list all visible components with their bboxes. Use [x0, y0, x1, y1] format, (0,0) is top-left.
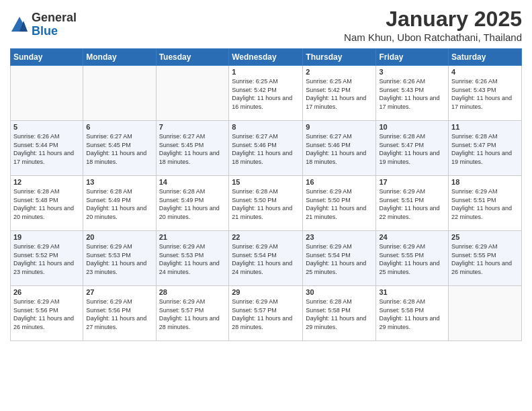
day-number: 14: [159, 178, 226, 186]
day-cell: 18Sunrise: 6:29 AM Sunset: 5:51 PM Dayli…: [449, 176, 522, 231]
week-row-1: 1Sunrise: 6:25 AM Sunset: 5:42 PM Daylig…: [11, 66, 522, 121]
day-number: 27: [86, 288, 152, 296]
day-number: 2: [306, 68, 373, 76]
day-number: 22: [232, 233, 300, 241]
day-number: 10: [379, 123, 445, 131]
day-info: Sunrise: 6:25 AM Sunset: 5:42 PM Dayligh…: [306, 77, 373, 111]
day-info: Sunrise: 6:28 AM Sunset: 5:47 PM Dayligh…: [451, 132, 519, 166]
day-cell: 24Sunrise: 6:29 AM Sunset: 5:55 PM Dayli…: [376, 231, 449, 286]
month-title: January 2025: [344, 7, 522, 32]
day-number: 28: [159, 288, 226, 296]
day-info: Sunrise: 6:29 AM Sunset: 5:55 PM Dayligh…: [451, 242, 519, 276]
day-info: Sunrise: 6:25 AM Sunset: 5:42 PM Dayligh…: [232, 77, 300, 111]
day-info: Sunrise: 6:26 AM Sunset: 5:43 PM Dayligh…: [379, 77, 445, 111]
week-row-2: 5Sunrise: 6:26 AM Sunset: 5:44 PM Daylig…: [11, 121, 522, 176]
day-header-wednesday: Wednesday: [229, 49, 303, 66]
day-cell: 1Sunrise: 6:25 AM Sunset: 5:42 PM Daylig…: [229, 66, 303, 121]
day-cell: 29Sunrise: 6:29 AM Sunset: 5:57 PM Dayli…: [229, 286, 303, 341]
day-cell: 22Sunrise: 6:29 AM Sunset: 5:54 PM Dayli…: [229, 231, 303, 286]
day-number: 6: [86, 123, 152, 131]
day-number: 18: [451, 178, 519, 186]
day-number: 5: [13, 123, 80, 131]
calendar-header-row: SundayMondayTuesdayWednesdayThursdayFrid…: [11, 49, 522, 66]
day-cell: [156, 66, 229, 121]
day-number: 26: [13, 288, 80, 296]
day-info: Sunrise: 6:28 AM Sunset: 5:58 PM Dayligh…: [379, 298, 445, 331]
logo-text: General Blue: [32, 11, 77, 38]
logo-general: General: [32, 11, 77, 25]
header: General Blue January 2025 Nam Khun, Ubon…: [10, 7, 522, 43]
week-row-5: 26Sunrise: 6:29 AM Sunset: 5:56 PM Dayli…: [11, 286, 522, 341]
day-cell: 6Sunrise: 6:27 AM Sunset: 5:45 PM Daylig…: [83, 121, 156, 176]
week-row-3: 12Sunrise: 6:28 AM Sunset: 5:48 PM Dayli…: [11, 176, 522, 231]
page: General Blue January 2025 Nam Khun, Ubon…: [0, 0, 532, 411]
day-info: Sunrise: 6:29 AM Sunset: 5:54 PM Dayligh…: [306, 242, 373, 276]
day-number: 23: [306, 233, 373, 241]
day-cell: 7Sunrise: 6:27 AM Sunset: 5:45 PM Daylig…: [156, 121, 229, 176]
day-header-sunday: Sunday: [11, 49, 83, 66]
day-info: Sunrise: 6:28 AM Sunset: 5:58 PM Dayligh…: [306, 298, 373, 331]
day-number: 13: [86, 178, 152, 186]
day-number: 1: [232, 68, 300, 76]
day-cell: 4Sunrise: 6:26 AM Sunset: 5:43 PM Daylig…: [449, 66, 522, 121]
day-info: Sunrise: 6:26 AM Sunset: 5:44 PM Dayligh…: [13, 132, 80, 166]
day-number: 16: [306, 178, 373, 186]
day-number: 29: [232, 288, 300, 296]
day-cell: 5Sunrise: 6:26 AM Sunset: 5:44 PM Daylig…: [11, 121, 83, 176]
day-cell: 13Sunrise: 6:28 AM Sunset: 5:49 PM Dayli…: [83, 176, 156, 231]
day-cell: 17Sunrise: 6:29 AM Sunset: 5:51 PM Dayli…: [376, 176, 449, 231]
day-cell: [449, 286, 522, 341]
day-cell: 26Sunrise: 6:29 AM Sunset: 5:56 PM Dayli…: [11, 286, 83, 341]
day-info: Sunrise: 6:29 AM Sunset: 5:56 PM Dayligh…: [86, 298, 152, 331]
logo: General Blue: [10, 11, 77, 38]
day-number: 19: [13, 233, 80, 241]
day-cell: [11, 66, 83, 121]
day-number: 31: [379, 288, 445, 296]
day-number: 3: [379, 68, 445, 76]
day-cell: [83, 66, 156, 121]
day-number: 7: [159, 123, 226, 131]
day-cell: 14Sunrise: 6:28 AM Sunset: 5:49 PM Dayli…: [156, 176, 229, 231]
day-number: 21: [159, 233, 226, 241]
day-number: 9: [306, 123, 373, 131]
day-cell: 12Sunrise: 6:28 AM Sunset: 5:48 PM Dayli…: [11, 176, 83, 231]
week-row-4: 19Sunrise: 6:29 AM Sunset: 5:52 PM Dayli…: [11, 231, 522, 286]
day-info: Sunrise: 6:27 AM Sunset: 5:45 PM Dayligh…: [86, 132, 152, 166]
day-info: Sunrise: 6:27 AM Sunset: 5:46 PM Dayligh…: [306, 132, 373, 166]
day-info: Sunrise: 6:27 AM Sunset: 5:45 PM Dayligh…: [159, 132, 226, 166]
day-cell: 20Sunrise: 6:29 AM Sunset: 5:53 PM Dayli…: [83, 231, 156, 286]
day-header-saturday: Saturday: [449, 49, 522, 66]
day-number: 8: [232, 123, 300, 131]
day-info: Sunrise: 6:26 AM Sunset: 5:43 PM Dayligh…: [451, 77, 519, 111]
day-cell: 2Sunrise: 6:25 AM Sunset: 5:42 PM Daylig…: [303, 66, 376, 121]
day-header-friday: Friday: [376, 49, 449, 66]
day-info: Sunrise: 6:29 AM Sunset: 5:55 PM Dayligh…: [379, 242, 445, 276]
title-block: January 2025 Nam Khun, Ubon Ratchathani,…: [344, 7, 522, 43]
day-cell: 21Sunrise: 6:29 AM Sunset: 5:53 PM Dayli…: [156, 231, 229, 286]
day-cell: 9Sunrise: 6:27 AM Sunset: 5:46 PM Daylig…: [303, 121, 376, 176]
day-number: 17: [379, 178, 445, 186]
day-cell: 31Sunrise: 6:28 AM Sunset: 5:58 PM Dayli…: [376, 286, 449, 341]
day-info: Sunrise: 6:29 AM Sunset: 5:51 PM Dayligh…: [451, 187, 519, 221]
day-cell: 28Sunrise: 6:29 AM Sunset: 5:57 PM Dayli…: [156, 286, 229, 341]
day-header-tuesday: Tuesday: [156, 49, 229, 66]
day-cell: 27Sunrise: 6:29 AM Sunset: 5:56 PM Dayli…: [83, 286, 156, 341]
day-cell: 8Sunrise: 6:27 AM Sunset: 5:46 PM Daylig…: [229, 121, 303, 176]
logo-blue: Blue: [32, 25, 77, 38]
location-title: Nam Khun, Ubon Ratchathani, Thailand: [344, 32, 522, 43]
day-cell: 3Sunrise: 6:26 AM Sunset: 5:43 PM Daylig…: [376, 66, 449, 121]
day-header-monday: Monday: [83, 49, 156, 66]
day-cell: 23Sunrise: 6:29 AM Sunset: 5:54 PM Dayli…: [303, 231, 376, 286]
day-cell: 25Sunrise: 6:29 AM Sunset: 5:55 PM Dayli…: [449, 231, 522, 286]
day-number: 15: [232, 178, 300, 186]
day-cell: 15Sunrise: 6:28 AM Sunset: 5:50 PM Dayli…: [229, 176, 303, 231]
day-number: 30: [306, 288, 373, 296]
calendar-table: SundayMondayTuesdayWednesdayThursdayFrid…: [10, 48, 522, 341]
day-info: Sunrise: 6:28 AM Sunset: 5:50 PM Dayligh…: [232, 187, 300, 221]
day-cell: 10Sunrise: 6:28 AM Sunset: 5:47 PM Dayli…: [376, 121, 449, 176]
day-number: 11: [451, 123, 519, 131]
day-cell: 30Sunrise: 6:28 AM Sunset: 5:58 PM Dayli…: [303, 286, 376, 341]
day-info: Sunrise: 6:29 AM Sunset: 5:57 PM Dayligh…: [159, 298, 226, 331]
day-info: Sunrise: 6:29 AM Sunset: 5:56 PM Dayligh…: [13, 298, 80, 331]
day-info: Sunrise: 6:28 AM Sunset: 5:49 PM Dayligh…: [159, 187, 226, 221]
